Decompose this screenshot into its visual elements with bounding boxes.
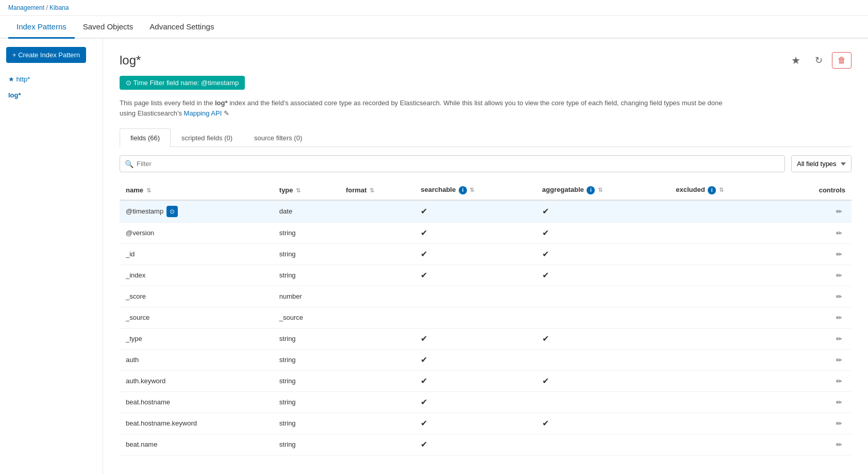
edit-field-button[interactable]: ✏ [833, 206, 845, 217]
table-row: auth.keywordstring✔✔✏ [120, 370, 852, 391]
cell-excluded [670, 286, 780, 307]
cell-controls: ✏ [780, 370, 852, 391]
cell-type: string [273, 222, 340, 243]
field-type-select[interactable]: All field types string number date boole… [791, 155, 852, 172]
edit-field-button[interactable]: ✏ [833, 334, 845, 344]
table-row: _typestring✔✔✏ [120, 328, 852, 349]
cell-format [340, 200, 414, 223]
nav-advanced-settings[interactable]: Advanced Settings [141, 16, 222, 39]
tab-source-filters[interactable]: source filters (0) [243, 128, 313, 147]
cell-searchable [414, 286, 536, 307]
top-nav: Index Patterns Saved Objects Advanced Se… [0, 16, 868, 39]
cell-name: _type [120, 328, 273, 349]
info-icon-searchable[interactable]: i [459, 186, 467, 194]
star-button[interactable]: ★ [786, 51, 806, 70]
cell-aggregatable: ✔ [536, 265, 670, 286]
sort-icon-searchable: ⇅ [470, 187, 474, 193]
cell-name: auth.keyword [120, 370, 273, 391]
page-title: log* [120, 53, 141, 68]
cell-format [340, 349, 414, 370]
create-index-pattern-button[interactable]: + Create Index Pattern [6, 47, 86, 63]
cell-searchable: ✔ [414, 200, 536, 223]
mapping-api-link[interactable]: Mapping API [184, 109, 222, 117]
header-actions: ★ ↻ 🗑 [786, 51, 852, 70]
sort-icon-aggregatable: ⇅ [598, 187, 603, 193]
col-header-aggregatable: aggregatable i ⇅ [536, 181, 670, 200]
info-icon-excluded[interactable]: i [708, 186, 716, 194]
cell-controls: ✏ [780, 222, 852, 243]
cell-format [340, 413, 414, 434]
table-row: _scorenumber✏ [120, 286, 852, 307]
tabs: fields (66) scripted fields (0) source f… [120, 128, 852, 147]
cell-name: beat.hostname [120, 391, 273, 413]
cell-name: _id [120, 243, 273, 265]
cell-aggregatable: ✔ [536, 328, 670, 349]
edit-field-button[interactable]: ✏ [833, 313, 845, 323]
cell-controls: ✏ [780, 286, 852, 307]
description: This page lists every field in the log* … [120, 98, 738, 118]
filter-input[interactable] [120, 155, 785, 172]
cell-excluded [670, 265, 780, 286]
cell-excluded [670, 222, 780, 243]
nav-saved-objects[interactable]: Saved Objects [75, 16, 142, 39]
edit-field-button[interactable]: ✏ [833, 291, 845, 302]
cell-searchable: ✔ [414, 243, 536, 265]
cell-searchable: ✔ [414, 434, 536, 455]
time-filter-badge: ⊙ Time Filter field name: @timestamp [120, 76, 245, 90]
sort-icon-excluded: ⇅ [719, 187, 724, 193]
table-row: _source_source✏ [120, 307, 852, 328]
cell-format [340, 307, 414, 328]
col-header-searchable: searchable i ⇅ [414, 181, 536, 200]
tab-fields[interactable]: fields (66) [120, 128, 171, 147]
cell-aggregatable [536, 434, 670, 455]
cell-excluded [670, 307, 780, 328]
refresh-button[interactable]: ↻ [810, 52, 828, 69]
cell-type: number [273, 286, 340, 307]
cell-controls: ✏ [780, 413, 852, 434]
cell-searchable: ✔ [414, 391, 536, 413]
table-row: beat.namestring✔✏ [120, 434, 852, 455]
cell-searchable: ✔ [414, 370, 536, 391]
col-header-format: format ⇅ [340, 181, 414, 200]
col-header-name: name ⇅ [120, 181, 273, 200]
cell-format [340, 243, 414, 265]
cell-format [340, 370, 414, 391]
edit-field-button[interactable]: ✏ [833, 228, 845, 238]
breadcrumb-management[interactable]: Management [8, 4, 44, 11]
sort-icon-format: ⇅ [370, 187, 374, 193]
edit-field-button[interactable]: ✏ [833, 270, 845, 281]
cell-name: beat.name [120, 434, 273, 455]
sidebar-item-http[interactable]: ★ http* [0, 71, 103, 87]
cell-aggregatable [536, 307, 670, 328]
table-row: _idstring✔✔✏ [120, 243, 852, 265]
cell-searchable: ✔ [414, 413, 536, 434]
cell-type: string [273, 328, 340, 349]
cell-excluded [670, 243, 780, 265]
delete-button[interactable]: 🗑 [832, 52, 852, 69]
breadcrumb-kibana[interactable]: Kibana [49, 4, 69, 11]
cell-aggregatable: ✔ [536, 243, 670, 265]
fields-table-container: name ⇅ type ⇅ format ⇅ searchable i ⇅ ag… [120, 181, 852, 455]
breadcrumb: Management / Kibana [0, 0, 868, 16]
cell-format [340, 434, 414, 455]
filter-input-wrap: 🔍 [120, 155, 785, 172]
edit-field-button[interactable]: ✏ [833, 439, 845, 450]
edit-field-button[interactable]: ✏ [833, 376, 845, 386]
cell-searchable: ✔ [414, 265, 536, 286]
cell-name: _index [120, 265, 273, 286]
col-header-controls: controls [780, 181, 852, 200]
col-header-excluded: excluded i ⇅ [670, 181, 780, 200]
cell-type: string [273, 391, 340, 413]
edit-field-button[interactable]: ✏ [833, 397, 845, 407]
cell-aggregatable: ✔ [536, 370, 670, 391]
edit-field-button[interactable]: ✏ [833, 249, 845, 259]
edit-field-button[interactable]: ✏ [833, 418, 845, 429]
edit-field-button[interactable]: ✏ [833, 355, 845, 365]
info-icon-aggregatable[interactable]: i [587, 186, 595, 194]
timestamp-badge[interactable]: ⊙ [166, 206, 178, 217]
tab-scripted-fields[interactable]: scripted fields (0) [171, 128, 243, 147]
cell-aggregatable [536, 349, 670, 370]
cell-format [340, 328, 414, 349]
nav-index-patterns[interactable]: Index Patterns [8, 16, 75, 39]
sidebar-item-log[interactable]: log* [0, 87, 103, 103]
